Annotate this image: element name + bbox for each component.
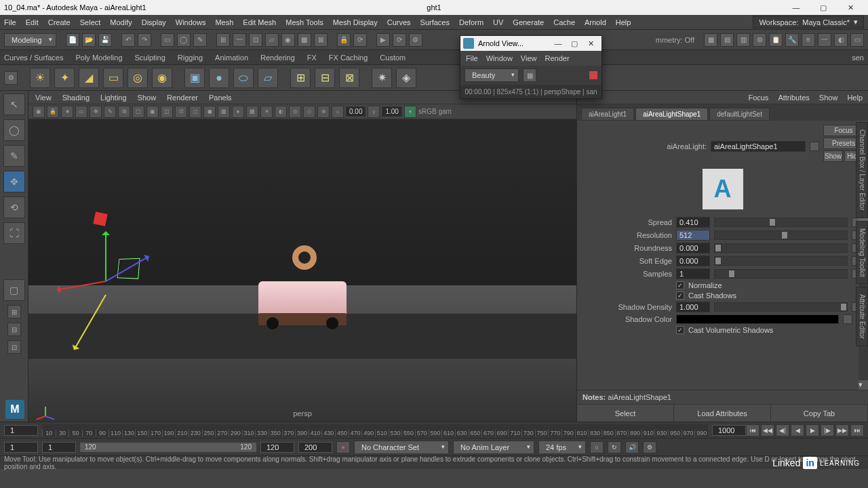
point-light-icon[interactable]: ✦ bbox=[54, 68, 75, 88]
auto-key-icon[interactable]: ○ bbox=[590, 441, 604, 453]
vp-menu-shading[interactable]: Shading bbox=[62, 94, 90, 102]
vp-textured-icon[interactable]: ▩ bbox=[246, 106, 258, 118]
character-set-dropdown[interactable]: No Character Set bbox=[354, 441, 449, 454]
shadow-density-slider[interactable] bbox=[714, 302, 848, 312]
vp-film-gate-icon[interactable]: ▢ bbox=[132, 106, 144, 118]
vp-gamma-icon[interactable]: γ bbox=[368, 106, 380, 118]
snap-live-icon[interactable]: ◉ bbox=[281, 33, 295, 47]
history-icon[interactable]: ⟳ bbox=[353, 33, 367, 47]
vp-image-plane-icon[interactable]: ▭ bbox=[75, 106, 87, 118]
audio-icon[interactable]: 🔊 bbox=[625, 441, 639, 453]
snap-view-icon[interactable]: ▦ bbox=[298, 33, 311, 47]
menu-surfaces[interactable]: Surfaces bbox=[420, 18, 450, 26]
roundness-field[interactable] bbox=[676, 243, 710, 253]
spread-slider[interactable] bbox=[714, 218, 848, 227]
modeling-toolkit-icon[interactable]: 🔧 bbox=[785, 33, 799, 47]
arnold-close-icon[interactable]: ✕ bbox=[583, 37, 599, 50]
menu-file[interactable]: File bbox=[4, 18, 16, 26]
menu-mesh-display[interactable]: Mesh Display bbox=[333, 18, 378, 26]
menu-modify[interactable]: Modify bbox=[110, 18, 132, 26]
area-light-icon[interactable]: ▭ bbox=[103, 68, 123, 88]
menu-deform[interactable]: Deform bbox=[459, 18, 484, 26]
show-button[interactable]: Show bbox=[823, 150, 843, 162]
arnold-aov-dropdown[interactable]: Beauty bbox=[465, 68, 519, 82]
attribute-editor-icon[interactable]: 📋 bbox=[769, 33, 783, 47]
vp-xray-joints-icon[interactable]: ⊗ bbox=[317, 106, 330, 118]
ae-tab-light[interactable]: aiAreaLight1 bbox=[581, 108, 634, 121]
play-fwd-icon[interactable]: ▶ bbox=[806, 424, 819, 436]
vp-bookmark-icon[interactable]: ★ bbox=[61, 106, 73, 118]
hypershade-icon[interactable]: ◐ bbox=[834, 33, 848, 47]
tool-settings-icon[interactable]: ⚙ bbox=[753, 33, 766, 47]
copy-tab-button[interactable]: Copy Tab bbox=[771, 405, 868, 422]
vp-gamma-value[interactable]: 1.00 bbox=[382, 106, 401, 117]
menu-mesh[interactable]: Mesh bbox=[215, 18, 233, 26]
arnold-stop-icon[interactable] bbox=[589, 71, 597, 79]
arnold-renderview-window[interactable]: Arnold View... — ▢ ✕ File Window View Re… bbox=[460, 35, 602, 99]
start-frame-field[interactable] bbox=[4, 425, 38, 436]
scroll-down-icon[interactable]: ▾ bbox=[859, 380, 868, 390]
ae-menu-help[interactable]: Help bbox=[847, 94, 863, 102]
arnold-menu-file[interactable]: File bbox=[466, 54, 478, 62]
ae-menu-focus[interactable]: Focus bbox=[748, 94, 768, 102]
range-playback-end-field[interactable] bbox=[260, 442, 294, 453]
ae-tab-shape[interactable]: aiAreaLightShape1 bbox=[635, 108, 708, 121]
layout-two-v-icon[interactable]: ⊡ bbox=[7, 340, 21, 354]
panel-layout-icon[interactable]: ▤ bbox=[720, 33, 734, 47]
shelf-tab-curves[interactable]: Curves / Surfaces bbox=[4, 54, 63, 62]
menu-windows[interactable]: Windows bbox=[176, 18, 206, 26]
go-start-icon[interactable]: ⏮ bbox=[746, 424, 760, 436]
layout-two-h-icon[interactable]: ⊟ bbox=[7, 323, 21, 336]
ae-tab-lightset[interactable]: defaultLightSet bbox=[709, 108, 770, 121]
select-tool-icon[interactable]: ↖ bbox=[3, 94, 25, 115]
fps-dropdown[interactable]: 24 fps bbox=[538, 441, 586, 454]
time-slider-track[interactable]: 1030507090110130150170190210230250270290… bbox=[42, 424, 708, 436]
menu-uv[interactable]: UV bbox=[493, 18, 503, 26]
next-key-icon[interactable]: |▶ bbox=[821, 424, 834, 436]
ambient-light-icon[interactable]: ◉ bbox=[152, 68, 172, 88]
vp-resolution-gate-icon[interactable]: ▣ bbox=[146, 106, 159, 118]
key-icon[interactable]: ● bbox=[336, 441, 350, 453]
redo-icon[interactable]: ↷ bbox=[138, 33, 151, 47]
render-icon[interactable]: ▶ bbox=[376, 33, 390, 47]
vp-wireframe-icon[interactable]: ▦ bbox=[218, 106, 230, 118]
shelf-tab-custom[interactable]: Custom bbox=[380, 54, 406, 62]
side-tab-modeling-toolkit[interactable]: Modeling Toolkit bbox=[856, 221, 868, 285]
panel-toggle-icon[interactable]: ▦ bbox=[704, 33, 717, 47]
shelf-tab-sculpt[interactable]: Sculpting bbox=[135, 54, 165, 62]
menu-help[interactable]: Help bbox=[616, 18, 631, 26]
play-back-icon[interactable]: ◀ bbox=[791, 424, 804, 436]
arnold-menu-window[interactable]: Window bbox=[486, 54, 513, 62]
minimize-button[interactable]: — bbox=[783, 0, 810, 15]
render-view-icon[interactable]: ▭ bbox=[850, 33, 864, 47]
vp-field-chart-icon[interactable]: ⊡ bbox=[175, 106, 187, 118]
menu-display[interactable]: Display bbox=[142, 18, 166, 26]
graph-editor-icon[interactable]: 〰 bbox=[818, 33, 831, 47]
shelf-tab-poly[interactable]: Poly Modeling bbox=[75, 54, 122, 62]
shelf-gear-icon[interactable]: ⚙ bbox=[4, 71, 18, 85]
scale-tool-icon[interactable]: ⛶ bbox=[3, 222, 25, 244]
light-editor-icon[interactable]: ⊞ bbox=[290, 68, 311, 88]
move-tool-icon[interactable]: ✥ bbox=[3, 171, 25, 192]
vp-shadows-icon[interactable]: ◐ bbox=[275, 106, 287, 118]
close-button[interactable]: ✕ bbox=[837, 0, 864, 15]
prefs-icon[interactable]: ⚙ bbox=[643, 441, 656, 453]
lasso-select-icon[interactable]: ◯ bbox=[177, 33, 191, 47]
snap-curve-icon[interactable]: 〰 bbox=[233, 33, 246, 47]
spread-field[interactable] bbox=[676, 217, 710, 228]
menu-generate[interactable]: Generate bbox=[513, 18, 544, 26]
undo-icon[interactable]: ↶ bbox=[121, 33, 135, 47]
resolution-field[interactable] bbox=[676, 230, 710, 241]
shelf-tab-fxcache[interactable]: FX Caching bbox=[329, 54, 368, 62]
ae-node-name-field[interactable] bbox=[711, 141, 806, 152]
arnold-maximize-icon[interactable]: ▢ bbox=[566, 37, 583, 50]
samples-slider[interactable] bbox=[714, 269, 848, 279]
layout-four-icon[interactable]: ⊞ bbox=[7, 305, 21, 319]
vp-select-camera-icon[interactable]: ▣ bbox=[33, 106, 45, 118]
vp-safe-action-icon[interactable]: ◻ bbox=[189, 106, 201, 118]
cast-volumetric-checkbox[interactable]: ✓ bbox=[676, 326, 684, 334]
ipr-icon[interactable]: ⟳ bbox=[393, 33, 406, 47]
light-link-icon[interactable]: ⊟ bbox=[315, 68, 335, 88]
poly-plane-icon[interactable]: ▱ bbox=[258, 68, 278, 88]
poly-cube-icon[interactable]: ▣ bbox=[184, 68, 205, 88]
